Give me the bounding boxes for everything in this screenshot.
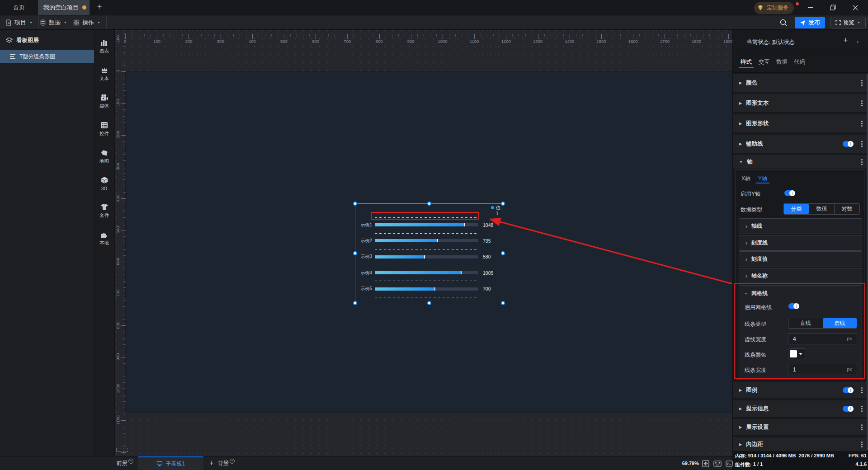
chart-component[interactable]: 值1 示例11048示例2735示例3580示例41005示例5700 [355, 203, 503, 303]
dock-item-charts[interactable]: 图表 [99, 39, 109, 54]
kebab-menu-icon[interactable] [861, 159, 863, 165]
kebab-menu-icon[interactable] [861, 424, 863, 430]
section-color[interactable]: ▶ 颜色 [733, 74, 868, 92]
line-type-option-dashed[interactable]: 虚线 [823, 318, 857, 328]
section-guide-lines[interactable]: ▶ 辅助线 [733, 135, 868, 153]
selection-handle-mid-right[interactable] [501, 251, 505, 255]
dock-item-widgets[interactable]: 控件 [99, 122, 109, 137]
dock-item-media[interactable]: 媒体 [99, 94, 109, 109]
kebab-menu-icon[interactable] [861, 121, 863, 127]
bar-fill [375, 239, 438, 242]
tab-project[interactable]: 我的空白项目 [38, 0, 90, 15]
preview-button[interactable]: 预览 ▼ [830, 17, 866, 28]
zoom-level[interactable]: 69.79% [676, 461, 699, 466]
state-value: 默认状态 [772, 39, 795, 45]
add-board-button[interactable]: + [206, 456, 217, 470]
line-type-option-solid[interactable]: 直线 [788, 318, 823, 328]
subsection-axis-name[interactable]: › 轴名称 [739, 268, 862, 284]
publish-button[interactable]: 发布 [795, 17, 825, 28]
tooltip-toggle[interactable] [843, 406, 854, 412]
section-tooltip[interactable]: ▶ 提示信息 [733, 400, 868, 417]
menu-actions[interactable]: 操作 ▼ [68, 15, 107, 29]
add-circle-icon[interactable]: + [128, 459, 133, 464]
foreground-tab[interactable]: 前景 + [117, 456, 133, 470]
enable-gridline-label: 启用网格线 [745, 304, 772, 311]
v-ruler-label: 1000 [115, 382, 120, 395]
subsection-label: 刻度线 [751, 239, 768, 247]
h-ruler-label: 200 [185, 39, 192, 44]
caret-right-icon: ▶ [739, 142, 742, 146]
bar-end-cap [437, 239, 438, 242]
kebab-menu-icon[interactable] [861, 406, 863, 412]
canvas[interactable]: 0100200300400500600700800900100011001200… [115, 30, 732, 456]
chevron-down-icon: ▼ [63, 21, 67, 24]
enable-y-axis-toggle[interactable] [784, 190, 795, 196]
datatype-option-category[interactable]: 分类 [784, 204, 809, 214]
dock-item-label: 3D [101, 186, 107, 191]
fit-screen-icon[interactable] [702, 460, 710, 467]
subsection-tick-line[interactable]: › 刻度线 [739, 235, 862, 251]
section-graphic-shape[interactable]: ▶ 图形形状 [733, 114, 868, 132]
subsection-axis-line[interactable]: › 轴线 [739, 218, 862, 234]
add-state-button[interactable]: + [843, 35, 848, 45]
dock-item-map[interactable]: 地图 [99, 149, 109, 164]
chevron-right-icon[interactable]: › [857, 38, 859, 45]
layer-item-selected[interactable]: T型分组条形图 [0, 50, 94, 63]
tab-interaction[interactable]: 交互 [759, 58, 770, 66]
kebab-menu-icon[interactable] [861, 442, 863, 447]
section-axis[interactable]: ▼ 轴 [733, 155, 868, 169]
tab-style[interactable]: 样式 [741, 58, 752, 66]
bar-value-label: 700 [483, 286, 491, 291]
selection-handle-top-mid[interactable] [427, 202, 431, 206]
tab-y-axis[interactable]: Y轴 [758, 175, 767, 183]
tab-x-axis[interactable]: X轴 [741, 175, 750, 183]
close-button[interactable] [846, 0, 864, 15]
subsection-tick-value[interactable]: › 刻度值 [739, 251, 862, 267]
dock-item-text[interactable]: 文本 [99, 66, 109, 82]
search-button[interactable] [778, 17, 789, 28]
selection-handle-bottom-right[interactable] [501, 301, 505, 305]
new-tab-button[interactable]: + [93, 0, 106, 15]
section-padding[interactable]: ▶ 内边距 [733, 437, 868, 451]
canvas-corner-icon[interactable] [123, 448, 128, 452]
gridline-header[interactable]: › 网格线 [745, 290, 768, 297]
selection-handle-mid-left[interactable] [353, 251, 357, 255]
chart-icon [100, 39, 108, 46]
publish-label: 发布 [808, 19, 820, 27]
v-ruler-label: 0 [115, 65, 120, 78]
selection-handle-top-left[interactable] [353, 202, 357, 206]
legend-toggle[interactable] [843, 387, 854, 393]
kebab-menu-icon[interactable] [861, 100, 863, 106]
kebab-menu-icon[interactable] [861, 141, 863, 147]
keyboard-shortcuts-icon[interactable] [713, 460, 722, 467]
tab-data[interactable]: 数据 [776, 58, 788, 66]
datatype-option-numeric[interactable]: 数值 [809, 204, 834, 214]
h-ruler-label: 800 [376, 39, 383, 44]
console-icon[interactable] [725, 460, 733, 467]
dock-item-kits[interactable]: 套件 [99, 203, 109, 219]
kebab-menu-icon[interactable] [861, 80, 863, 86]
custom-service-badge[interactable]: 定制服务 [754, 2, 794, 14]
selection-handle-bottom-left[interactable] [353, 301, 357, 305]
datatype-option-log[interactable]: 对数 [834, 204, 859, 214]
tab-code[interactable]: 代码 [794, 58, 805, 66]
section-display-settings[interactable]: ▶ 展示设置 [733, 419, 868, 435]
dock-item-local[interactable]: 本地 [99, 231, 109, 246]
kebab-menu-icon[interactable] [861, 387, 863, 393]
restore-button[interactable] [824, 0, 842, 15]
section-legend[interactable]: ▶ 图例 [733, 382, 868, 398]
background-tab[interactable]: 背景 + [218, 456, 235, 470]
selection-handle-top-right[interactable] [501, 202, 505, 206]
tab-home[interactable]: 首页 [0, 0, 38, 15]
dock-item-3d[interactable]: 3D [100, 177, 108, 191]
minimize-button[interactable] [801, 0, 819, 15]
guide-lines-toggle[interactable] [843, 141, 854, 147]
line-color-picker[interactable] [788, 348, 806, 359]
enable-gridline-toggle[interactable] [788, 303, 799, 309]
canvas-corner-icon[interactable] [116, 448, 121, 452]
selection-handle-bottom-mid[interactable] [427, 301, 431, 305]
active-board-tab[interactable]: 子看板1 [138, 456, 203, 470]
add-circle-icon[interactable]: + [230, 459, 235, 464]
menu-project[interactable]: 项目 ▼ [0, 15, 39, 29]
section-graphic-text[interactable]: ▶ 图形文本 [733, 94, 868, 112]
